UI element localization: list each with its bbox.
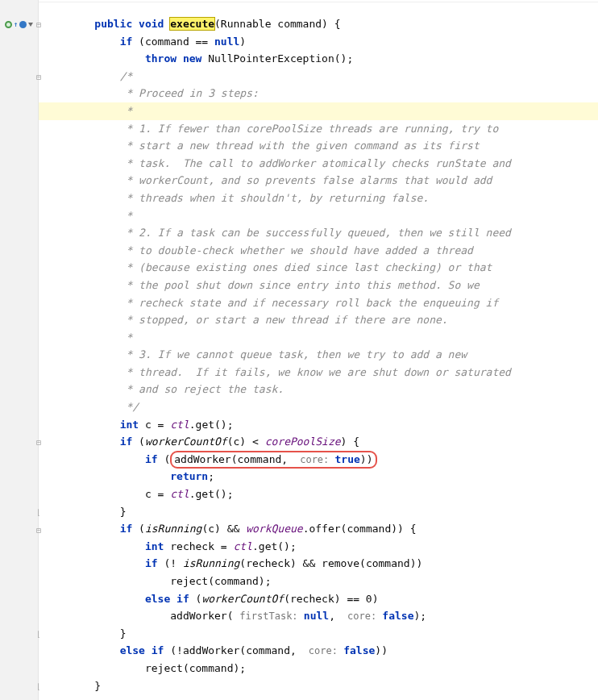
nav-down-icon[interactable] [28,23,33,27]
code-line[interactable]: int c = ctl.get(); [39,416,598,434]
code-line[interactable]: throw new NullPointerException(); [39,50,598,68]
parameter-hint: core: [342,610,383,622]
code-line[interactable]: * threads when it shouldn't, by returnin… [39,190,598,207]
method-name-highlighted: execute [170,18,214,30]
code-line[interactable]: * recheck state and if necessary roll ba… [39,294,598,312]
code-line[interactable]: if (! isRunning(recheck) && remove(comma… [39,555,598,573]
code-line[interactable]: else if (!addWorker(command, core: false… [39,642,598,660]
code-line[interactable]: /* [39,68,598,85]
code-line[interactable]: * 2. If a task can be successfully queue… [39,224,598,242]
code-line[interactable]: reject(command); [39,660,598,677]
code-line[interactable]: if (addWorker(command, core: true)) [39,451,598,469]
keyword: void [139,18,164,30]
code-line[interactable]: } [39,503,598,521]
code-line[interactable]: if (workerCountOf(c) < corePoolSize) { [39,433,598,451]
implements-icon[interactable] [5,21,12,28]
code-line[interactable]: * (because existing ones died since last… [39,259,598,277]
code-line[interactable]: * [39,329,598,347]
nav-up-icon[interactable]: ↑ [14,16,18,34]
code-line[interactable]: * task. The call to addWorker atomically… [39,155,598,173]
code-line[interactable]: * workerCount, and so prevents false ala… [39,172,598,190]
code-line[interactable]: else if (workerCountOf(recheck) == 0) [39,590,598,608]
code-line[interactable]: if (isRunning(c) && workQueue.offer(comm… [39,520,598,538]
parameter-hint: core: [294,454,335,465]
gutter-markers[interactable]: ↑ [5,16,33,34]
code-line[interactable]: * 3. If we cannot queue task, then we tr… [39,346,598,364]
code-line[interactable]: * to double-check whether we should have… [39,242,598,260]
code-line[interactable]: * [39,207,598,225]
code-line[interactable]: * 1. If fewer than corePoolSize threads … [39,120,598,138]
code-line[interactable]: * stopped, or start a new thread if ther… [39,311,598,329]
code-line-highlighted[interactable]: * [39,102,598,120]
code-line[interactable]: */ [39,398,598,416]
code-editor[interactable]: public void execute(Runnable command) { … [39,0,598,700]
code-line[interactable]: } [39,677,598,695]
editor-gutter[interactable]: ↑ ⊟ ⊟ ⊟ ⌊ ⊟ ⌊ ⌊ [0,0,39,700]
code-line[interactable]: int recheck = ctl.get(); [39,538,598,556]
parameter-hint: firstTask: [239,610,303,622]
code-line[interactable]: public void execute(Runnable command) { [39,15,598,33]
code-line[interactable]: * start a new thread with the given comm… [39,137,598,155]
annotation-highlight: addWorker(command, core: true)) [170,451,376,469]
code-line[interactable]: c = ctl.get(); [39,485,598,503]
code-line[interactable]: reject(command); [39,573,598,590]
code-line[interactable]: } [39,625,598,643]
keyword: public [94,18,132,30]
code-line[interactable]: * the pool shut down since entry into th… [39,277,598,294]
code-line[interactable]: return; [39,468,598,485]
code-line[interactable]: if (command == null) [39,33,598,51]
override-icon[interactable] [19,21,27,28]
code-line[interactable]: * Proceed in 3 steps: [39,85,598,102]
code-line[interactable]: addWorker( firstTask: null, core: false)… [39,607,598,625]
parameter-hint: core: [303,645,344,656]
code-line[interactable]: * and so reject the task. [39,381,598,398]
code-line[interactable]: * thread. If it fails, we know we are sh… [39,364,598,381]
